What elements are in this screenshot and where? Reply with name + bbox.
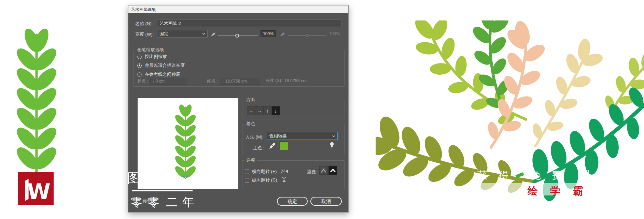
pen-pressure-secondary-icon <box>280 31 285 36</box>
direction-right-button[interactable]: → <box>255 106 263 115</box>
flip-vertical-label: 纵向翻转 (C) <box>252 177 277 183</box>
spinner-icon: ↕ <box>222 79 224 83</box>
overlap-none-button[interactable] <box>319 166 328 175</box>
arrow-down-icon: ↓ <box>275 108 277 114</box>
arrow-up-icon: ↑ <box>266 108 269 114</box>
end-point-row: 终点 : ↕ 16.0758 cm <box>207 78 260 85</box>
direction-group-title: 方向 : <box>244 97 259 103</box>
length-row: 长度 (X): 16.0758 cm <box>266 78 307 84</box>
name-value: 艺术画笔 2 <box>159 21 181 26</box>
radio-icon[interactable] <box>137 72 142 77</box>
checkbox-icon[interactable] <box>245 170 249 174</box>
flip-vertical-checkbox[interactable]: 纵向翻转 (C) <box>245 177 277 183</box>
width-percent-secondary: 100% <box>329 31 340 36</box>
logo-w-icon: W <box>18 172 54 205</box>
end-value: 16.0758 cm <box>225 79 247 84</box>
name-input[interactable]: 艺术画笔 2 <box>157 19 342 27</box>
radio-label: 在参考线之间伸展 <box>145 71 180 77</box>
radio-label: 按比例缩放 <box>145 54 167 60</box>
pen-pressure-icon <box>210 31 216 36</box>
dialog-titlebar[interactable]: 艺术画笔选项 <box>128 5 348 13</box>
length-label: 长度 (X): <box>266 78 282 84</box>
radio-stretch-between-guides[interactable]: 在参考线之间伸展 <box>137 71 180 78</box>
flip-horizontal-icon <box>280 169 289 174</box>
start-input: ↕ 0 cm <box>150 78 187 85</box>
flip-horizontal-label: 横向翻转 (F) <box>252 169 277 175</box>
width-slider-knob[interactable] <box>235 34 239 38</box>
eyedropper-icon[interactable] <box>269 143 276 150</box>
checkbox-icon[interactable] <box>245 178 249 182</box>
direction-up-button[interactable]: ↑ <box>264 106 271 115</box>
checkbox-icon[interactable] <box>136 200 140 203</box>
direction-arrow-bar: ← → ↑ ↓ <box>247 106 280 115</box>
start-label: 起点 : <box>137 78 148 84</box>
method-dropdown-value: 色相转换 <box>269 133 332 139</box>
overlap-adjust-button[interactable] <box>328 166 337 175</box>
width-dropdown[interactable]: 固定 <box>157 30 208 38</box>
method-label: 方法 (M): <box>246 134 264 140</box>
overlap-icon <box>330 168 336 173</box>
radio-stretch-to-fit[interactable]: 伸展以适合描边长度 <box>137 62 185 69</box>
brush-preview-illustration <box>138 98 238 189</box>
width-percent-input[interactable]: 100% <box>261 30 276 37</box>
cancel-button[interactable]: 取消 <box>310 197 342 206</box>
left-plant-illustration <box>10 20 65 177</box>
radio-icon[interactable] <box>137 55 142 59</box>
no-overlap-icon <box>321 168 326 173</box>
brand-logo: W <box>18 172 54 205</box>
art-brush-options-dialog: 艺术画笔选项 名称 (N): 艺术画笔 2 宽度 (W): 固定 100% 10… <box>128 5 349 213</box>
colorization-group-title: 着色 <box>244 121 257 127</box>
svg-text:W: W <box>27 179 50 204</box>
width-slider-secondary <box>288 35 326 36</box>
lightbulb-icon <box>330 142 334 148</box>
flip-horizontal-checkbox[interactable]: 横向翻转 (F) <box>245 169 277 175</box>
key-color-swatch[interactable] <box>280 142 288 150</box>
start-point-row: 起点 : ↕ 0 cm <box>137 78 187 85</box>
preview-checkbox[interactable]: 预览(P) <box>136 198 156 204</box>
width-dropdown-value: 固定 <box>159 31 202 37</box>
width-label: 宽度 (W): <box>135 31 154 38</box>
page: W 艺术画笔选项 名称 (N): 艺术画笔 2 宽度 (W): 固定 100% <box>0 0 644 219</box>
end-input: ↕ 16.0758 cm <box>220 78 260 85</box>
length-value: 16.0758 cm <box>284 78 307 83</box>
brand-watermark: 绘 学 霸 <box>528 184 588 198</box>
radio-scale-proportionately[interactable]: 按比例缩放 <box>137 53 167 60</box>
direction-left-button[interactable]: ← <box>247 106 255 115</box>
ok-button[interactable]: 确定 <box>277 197 308 206</box>
key-color-label: 主色 : <box>253 145 264 151</box>
overlap-label: 重叠 : <box>307 169 318 175</box>
width-slider-secondary-knob <box>306 34 309 37</box>
start-value: 0 cm <box>156 79 165 84</box>
width-slider[interactable] <box>218 35 258 36</box>
arrow-right-icon: → <box>257 108 262 114</box>
radio-icon-selected[interactable] <box>137 63 142 68</box>
chevron-down-icon <box>332 135 335 137</box>
name-label: 名称 (N): <box>135 21 153 27</box>
radio-label: 伸展以适合描边长度 <box>145 62 185 69</box>
end-label: 终点 : <box>207 78 218 84</box>
flip-vertical-icon <box>282 177 286 182</box>
chevron-down-icon <box>202 33 205 35</box>
arrow-left-icon: ← <box>249 108 254 114</box>
direction-down-button[interactable]: ↓ <box>272 106 280 115</box>
brush-preview-area <box>138 98 238 189</box>
dialog-title: 艺术画笔选项 <box>131 7 156 13</box>
spinner-icon: ↕ <box>153 79 154 83</box>
scale-options-group-title: 画笔缩放选项 <box>136 47 166 53</box>
method-dropdown[interactable]: 色相转换 <box>267 132 338 140</box>
options-group-title: 选项 <box>244 157 257 163</box>
preview-label: 预览(P) <box>143 199 156 204</box>
